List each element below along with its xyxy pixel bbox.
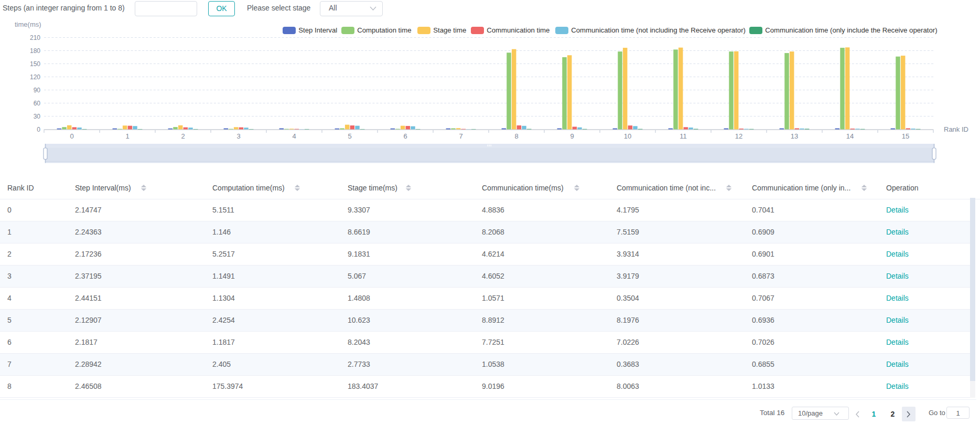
svg-text:Communication time: Communication time	[487, 26, 550, 34]
svg-text:time(ms): time(ms)	[15, 20, 41, 28]
svg-text:60: 60	[34, 100, 41, 107]
svg-text:Stage time: Stage time	[433, 26, 466, 34]
svg-text:5: 5	[348, 132, 351, 140]
svg-text:Step Interval: Step Interval	[298, 26, 337, 34]
svg-text:14: 14	[846, 132, 854, 140]
svg-text:10: 10	[624, 132, 631, 140]
svg-text:2: 2	[181, 132, 185, 140]
svg-text:90: 90	[34, 87, 41, 94]
svg-text:8: 8	[514, 132, 518, 140]
svg-text:3: 3	[236, 132, 240, 140]
svg-text:11: 11	[680, 132, 687, 140]
svg-text:13: 13	[791, 132, 798, 140]
svg-text:15: 15	[902, 132, 909, 140]
svg-text:150: 150	[30, 60, 40, 68]
svg-text:Rank ID: Rank ID	[944, 125, 968, 133]
svg-text:0: 0	[37, 126, 40, 133]
svg-text:Computation time: Computation time	[357, 26, 411, 34]
svg-text:1: 1	[125, 132, 129, 140]
svg-text:0: 0	[70, 132, 73, 140]
svg-text:6: 6	[403, 132, 407, 140]
svg-text:Communication time (only inclu: Communication time (only include the Rec…	[765, 26, 937, 34]
svg-text:9: 9	[570, 132, 574, 140]
svg-text:Communication time (not includ: Communication time (not including the Re…	[571, 26, 746, 34]
svg-text:12: 12	[735, 132, 742, 140]
svg-text:4: 4	[292, 132, 296, 140]
svg-text:30: 30	[34, 113, 41, 120]
svg-text:210: 210	[30, 34, 40, 41]
svg-text:7: 7	[459, 132, 462, 140]
svg-text:120: 120	[30, 73, 40, 81]
svg-text:180: 180	[30, 47, 40, 55]
